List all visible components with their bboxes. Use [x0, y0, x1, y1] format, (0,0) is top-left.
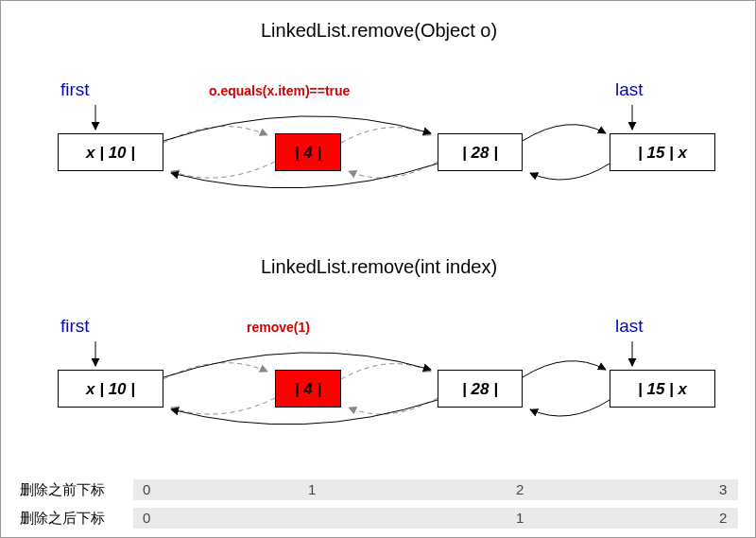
title-remove-index: LinkedList.remove(int index) [1, 256, 756, 278]
node-third-1: | 28 | [438, 133, 523, 171]
node-last-2: | 15 | x [610, 370, 715, 408]
condition-label-1: o.equals(x.item)==true [209, 83, 350, 98]
last-label-1: last [615, 79, 644, 100]
idx-before-1: 1 [308, 479, 316, 500]
idx-after-3: 2 [719, 508, 727, 529]
node-removed-2: | 4 | [275, 370, 341, 408]
idx-after-0: 0 [143, 508, 150, 529]
idx-before-0: 0 [143, 479, 150, 500]
index-after-title: 删除之后下标 [20, 510, 105, 528]
last-label-2: last [615, 316, 644, 337]
condition-label-2: remove(1) [247, 320, 310, 335]
node-third-2: | 28 | [438, 370, 523, 408]
idx-before-2: 2 [516, 479, 524, 500]
idx-after-2: 1 [516, 508, 524, 529]
first-label-1: first [60, 79, 90, 100]
node-last-1: | 15 | x [610, 133, 715, 171]
first-label-2: first [60, 316, 90, 337]
node-first-1: x | 10 | [58, 133, 163, 171]
idx-before-3: 3 [719, 479, 727, 500]
title-remove-object: LinkedList.remove(Object o) [1, 20, 756, 42]
index-before-row: 0 1 2 3 [133, 479, 738, 500]
index-after-row: 0 1 2 [133, 508, 738, 529]
index-before-title: 删除之前下标 [20, 481, 105, 499]
node-removed-1: | 4 | [275, 133, 341, 171]
diagram-canvas: LinkedList.remove(Object o) first last o… [0, 0, 756, 538]
node-first-2: x | 10 | [58, 370, 163, 408]
